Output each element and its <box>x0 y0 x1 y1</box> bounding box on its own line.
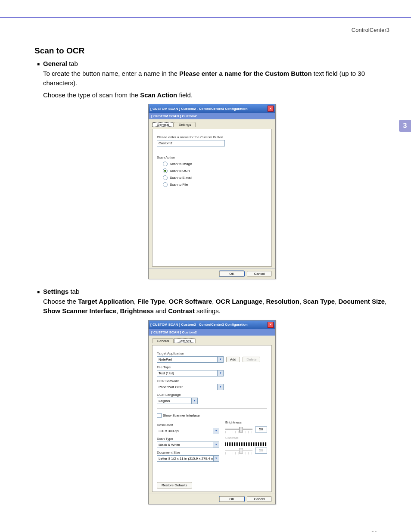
label-target-app: Target Application <box>157 352 267 355</box>
dropdown-document-size[interactable]: Letter 8 1/2 x 11 in (215.9 x 279.4 mm)▾ <box>157 455 219 462</box>
dialog-subtitle: [ CUSTOM SCAN ] Custom2 <box>149 113 275 119</box>
label-file-type: File Type <box>157 365 267 369</box>
label-scan-type: Scan Type <box>157 437 219 441</box>
tab-strip: General Settings <box>152 122 272 127</box>
cancel-button[interactable]: Cancel <box>247 271 272 277</box>
radio-icon <box>163 182 168 187</box>
contrast-value: 50 <box>255 448 267 454</box>
bullet-square-icon: ■ <box>37 289 40 294</box>
add-button[interactable]: Add <box>226 357 240 362</box>
label-brightness: Brightness <box>225 420 267 424</box>
dropdown-scan-type[interactable]: Black & White▾ <box>157 442 219 448</box>
dropdown-resolution[interactable]: 300 x 300 dpi▾ <box>157 428 219 434</box>
brightness-slider[interactable]: ||||||||| <box>225 426 252 433</box>
tab-word: tab <box>68 288 79 295</box>
tab-settings[interactable]: Settings <box>174 122 196 127</box>
page-footer: 81 <box>0 513 411 532</box>
slider-thumb-icon <box>239 427 243 432</box>
delete-button[interactable]: Delete <box>243 357 260 362</box>
checkbox-icon <box>157 413 162 418</box>
dropdown-ocr-language[interactable]: English▾ <box>157 398 198 404</box>
bullet-square-icon: ■ <box>37 62 40 66</box>
tab-general[interactable]: General <box>152 338 174 343</box>
slider-thumb-icon <box>239 448 243 454</box>
chevron-down-icon: ▾ <box>217 384 223 390</box>
general-tab-label: General <box>43 60 67 67</box>
radio-scan-to-email[interactable]: Scan to E-mail <box>163 175 267 180</box>
chevron-down-icon: ▾ <box>213 442 219 448</box>
ok-button[interactable]: OK <box>219 496 244 502</box>
checkbox-show-scanner[interactable]: Show Scanner Interface <box>157 413 267 418</box>
chapter-number: 3 <box>403 122 407 130</box>
cancel-button[interactable]: Cancel <box>247 496 272 502</box>
dialog-title-bar: [ CUSTOM SCAN ] Custom2 - ControlCenter3… <box>149 320 275 329</box>
divider <box>157 408 267 409</box>
radio-scan-to-ocr[interactable]: Scan to OCR <box>163 168 267 173</box>
general-para-1: To create the button name, enter a name … <box>43 69 389 88</box>
radio-icon <box>163 175 168 180</box>
dropdown-file-type[interactable]: Text (*.txt)▾ <box>157 370 224 376</box>
close-icon[interactable]: × <box>268 322 274 328</box>
dialog-title-text: [ CUSTOM SCAN ] Custom2 - ControlCenter3… <box>150 107 248 111</box>
divider <box>157 151 267 151</box>
dropdown-ocr-software[interactable]: PaperPort OCR▾ <box>157 384 224 390</box>
bullet-settings-tab: ■ Settings tab <box>37 288 389 295</box>
label-document-size: Document Size <box>157 451 219 454</box>
close-icon[interactable]: × <box>268 106 274 112</box>
chevron-down-icon: ▾ <box>217 370 223 376</box>
chevron-down-icon: ▾ <box>213 428 219 434</box>
label-custom-name: Please enter a name for the Custom Butto… <box>157 135 267 139</box>
settings-tab-label: Settings <box>43 288 68 295</box>
label-resolution: Resolution <box>157 423 219 427</box>
bullet-general-tab: ■ General tab <box>37 60 389 67</box>
running-head: ControlCenter3 <box>0 18 411 46</box>
radio-scan-to-file[interactable]: Scan to File <box>163 182 267 187</box>
label-ocr-software: OCR Software <box>157 379 267 383</box>
radio-icon <box>163 168 168 173</box>
tab-general[interactable]: General <box>152 122 174 127</box>
chevron-down-icon: ▾ <box>217 357 223 362</box>
radio-icon <box>163 162 168 166</box>
label-scan-action: Scan Action <box>157 156 267 159</box>
contrast-bar <box>225 442 267 446</box>
dialog-subtitle: [ CUSTOM SCAN ] Custom2 <box>149 329 275 336</box>
page-number: 81 <box>371 530 377 532</box>
brightness-value[interactable]: 50 <box>255 426 267 432</box>
restore-defaults-button[interactable]: Restore Defaults <box>157 482 192 488</box>
chevron-down-icon: ▾ <box>213 456 219 461</box>
chevron-down-icon: ▾ <box>191 398 197 404</box>
label-contrast: Contrast <box>225 436 267 440</box>
ok-button[interactable]: OK <box>219 271 244 277</box>
section-title: Scan to OCR <box>34 46 389 56</box>
contrast-slider[interactable]: ||||||||| <box>225 447 252 454</box>
general-para-2: Choose the type of scan from the Scan Ac… <box>43 90 389 100</box>
tab-strip: General Settings <box>152 338 272 343</box>
label-ocr-language: OCR Language <box>157 393 267 397</box>
input-custom-name[interactable]: Custom2 <box>157 140 225 146</box>
settings-para: Choose the Target Application, File Type… <box>43 297 389 316</box>
dialog-general: [ CUSTOM SCAN ] Custom2 - ControlCenter3… <box>148 104 276 279</box>
dialog-title-bar: [ CUSTOM SCAN ] Custom2 - ControlCenter3… <box>149 104 275 113</box>
dropdown-target-app[interactable]: NotePad▾ <box>157 356 224 363</box>
dialog-title-text: [ CUSTOM SCAN ] Custom2 - ControlCenter3… <box>150 323 248 327</box>
tab-settings[interactable]: Settings <box>174 338 196 343</box>
radio-scan-to-image[interactable]: Scan to Image <box>163 162 267 166</box>
chapter-thumb-tab: 3 <box>399 120 411 132</box>
dialog-settings: [ CUSTOM SCAN ] Custom2 - ControlCenter3… <box>148 320 276 504</box>
tab-word: tab <box>67 60 78 67</box>
